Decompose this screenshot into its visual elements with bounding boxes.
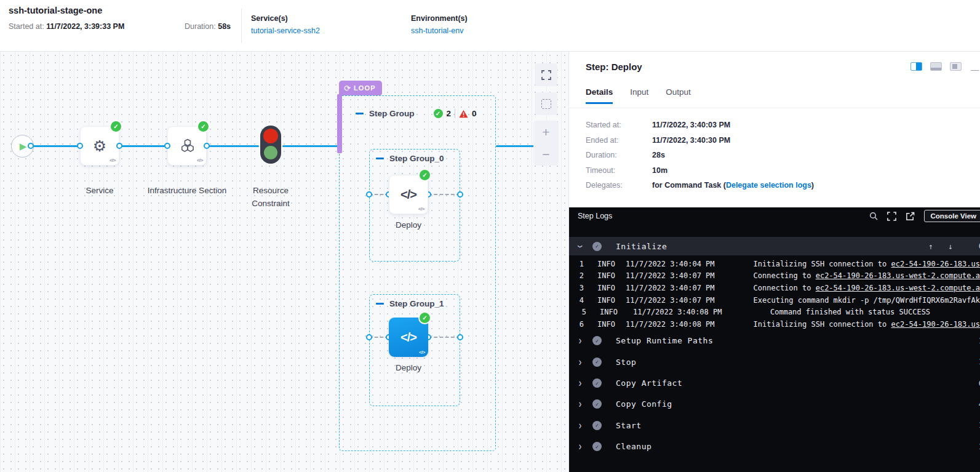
connector — [119, 145, 167, 147]
resource-constraint-node[interactable] — [260, 126, 281, 164]
success-badge: ✓ — [198, 121, 209, 132]
right-view-button[interactable] — [950, 62, 962, 71]
panel-tabs: Details Input Output — [586, 87, 691, 104]
pipeline-canvas[interactable]: ▶ ⚙ </> ✓ Service </> ✓ — [0, 52, 569, 472]
log-section-copy-artifact[interactable]: ❯ ✓ Copy Artifact 6 — [569, 372, 980, 393]
chevron-right-icon[interactable]: ❯ — [578, 359, 582, 366]
chevron-down-icon[interactable]: ❯ — [577, 244, 584, 248]
tab-details[interactable]: Details — [586, 87, 613, 104]
log-message: Connection to ec2-54-190-26-183.us-west-… — [754, 284, 980, 292]
detail-label: Ended at: — [586, 136, 652, 145]
bottom-view-button[interactable] — [930, 62, 942, 71]
log-section-copy-config[interactable]: ❯ ✓ Copy Config 4 — [569, 394, 980, 415]
section-name: Initialize — [616, 242, 667, 251]
chevron-right-icon[interactable]: ❯ — [578, 422, 582, 429]
services-label: Service(s) — [251, 14, 320, 23]
collapse-button[interactable] — [376, 303, 384, 305]
log-line: 6 INFO 11/7/2022 3:40:08 PM Initializing… — [569, 318, 980, 330]
started-at-value: 11/7/2022, 3:39:33 PM — [46, 22, 124, 31]
success-badge: ✓ — [420, 313, 430, 323]
chevron-right-icon[interactable]: ❯ — [578, 337, 582, 344]
service-node[interactable]: ⚙ </> — [80, 126, 119, 166]
section-name: Stop — [616, 358, 636, 367]
console-view-toggle[interactable]: Console View — [924, 210, 980, 222]
success-badge: ✓ — [111, 121, 121, 132]
host-link[interactable]: ec2-54-190-26-183.us — [891, 320, 980, 329]
infrastructure-node[interactable]: </> — [167, 126, 207, 166]
code-icon: </> — [400, 330, 416, 345]
open-in-new-icon[interactable] — [906, 212, 915, 221]
scroll-up-icon[interactable]: ↑ — [928, 242, 933, 251]
tab-input[interactable]: Input — [630, 87, 648, 104]
collapse-button[interactable] — [376, 158, 384, 159]
split-view-icon — [916, 63, 922, 70]
scroll-down-icon[interactable]: ↓ — [948, 242, 953, 251]
environment-link[interactable]: ssh-tutorial-env — [411, 26, 468, 35]
section-name: Copy Config — [616, 399, 672, 409]
log-section-cleanup[interactable]: ❯ ✓ Cleanup 1 — [569, 436, 980, 457]
log-time: 11/7/2022 3:40:08 PM — [626, 320, 715, 329]
delegate-logs-link[interactable]: Delegate selection logs — [726, 181, 811, 190]
host-link[interactable]: ec2-54-190-26-183.us — [891, 260, 980, 268]
log-level: INFO — [597, 271, 617, 280]
log-line: 5 INFO 11/7/2022 3:40:08 PM Command fini… — [569, 306, 980, 318]
host-link[interactable]: ec2-54-190-26-183.us-west-2.compute.a — [816, 284, 980, 292]
split-view-button[interactable] — [910, 62, 922, 71]
fullscreen-button[interactable] — [535, 63, 557, 86]
failed-count: 0 — [472, 109, 477, 118]
duration-value: 58s — [218, 22, 231, 31]
zoom-in-button[interactable]: + — [542, 126, 549, 138]
minimize-panel-button[interactable]: — — [971, 65, 979, 74]
step-group-label: Step Group — [369, 109, 415, 118]
section-name: Cleanup — [616, 442, 651, 451]
tab-output[interactable]: Output — [666, 87, 691, 104]
detail-value: 11/7/2022, 3:40:30 PM — [652, 136, 730, 145]
port — [457, 334, 463, 340]
deploy-node-0[interactable]: </> </> — [389, 175, 428, 214]
detail-row-delegates: Delegates: for Command Task (Delegate se… — [586, 181, 814, 190]
check-icon: ✓ — [422, 314, 427, 321]
loop-accent-bar — [337, 94, 342, 153]
log-message: Executing command mkdir -p /tmp/QWrdHfIQ… — [754, 296, 980, 305]
started-at-label: Started at: — [9, 22, 44, 31]
log-section-initialize[interactable]: ❯ ✓ Initialize ↑ ↓ 6 — [569, 237, 980, 255]
detail-row-started: Started at: 11/7/2022, 3:40:03 PM — [586, 121, 814, 129]
code-mini-icon: </> — [197, 158, 203, 163]
expand-logs-icon[interactable] — [887, 212, 896, 221]
chevron-right-icon[interactable]: ❯ — [578, 443, 582, 450]
detail-label: Delegates: — [586, 181, 652, 190]
deploy-node-1-label: Deploy — [378, 362, 439, 375]
host-link[interactable]: ec2-54-190-26-183.us-west-2.compute.a — [816, 271, 980, 280]
environments-label: Environment(s) — [411, 14, 468, 23]
log-section-stop[interactable]: ❯ ✓ Stop 1 — [569, 351, 980, 372]
collapse-button[interactable] — [356, 113, 364, 114]
log-time: 11/7/2022 3:40:04 PM — [626, 260, 715, 268]
log-level: INFO — [600, 308, 624, 316]
chevron-right-icon[interactable]: ❯ — [578, 380, 582, 386]
duration-label: Duration: — [185, 22, 216, 31]
service-node-label: Service — [69, 185, 130, 198]
log-section-start[interactable]: ❯ ✓ Start 1 — [569, 415, 980, 436]
environments-block: Environment(s) ssh-tutorial-env — [411, 14, 468, 35]
panel-view-modes — [910, 62, 962, 71]
deploy-node-1-selected[interactable]: </> </> — [389, 318, 428, 357]
log-nav-arrows: ↑ ↓ — [928, 242, 953, 251]
selection-button[interactable] — [535, 92, 557, 115]
line-number: 4 — [574, 296, 584, 305]
service-link[interactable]: tutorial-service-ssh2 — [251, 26, 320, 35]
section-check-icon: ✓ — [592, 421, 602, 430]
section-name: Copy Artifact — [616, 378, 682, 388]
log-section-setup-runtime-paths[interactable]: ❯ ✓ Setup Runtime Paths 1 — [569, 330, 980, 351]
search-icon[interactable] — [869, 212, 878, 220]
step-details-panel: Step: Deploy — Details Input Output Star… — [569, 52, 980, 472]
log-message: Command finished with status SUCCESS — [770, 308, 930, 316]
detail-value: 28s — [652, 151, 665, 159]
right-view-icon — [952, 64, 957, 69]
section-check-icon: ✓ — [592, 242, 602, 251]
traffic-light-green-icon — [264, 146, 277, 159]
step-group-1-label: Step Group_1 — [389, 299, 444, 308]
zoom-out-button[interactable]: − — [542, 148, 549, 161]
traffic-light-red-icon — [263, 129, 278, 143]
detail-label: Duration: — [586, 151, 652, 159]
chevron-right-icon[interactable]: ❯ — [578, 401, 582, 407]
